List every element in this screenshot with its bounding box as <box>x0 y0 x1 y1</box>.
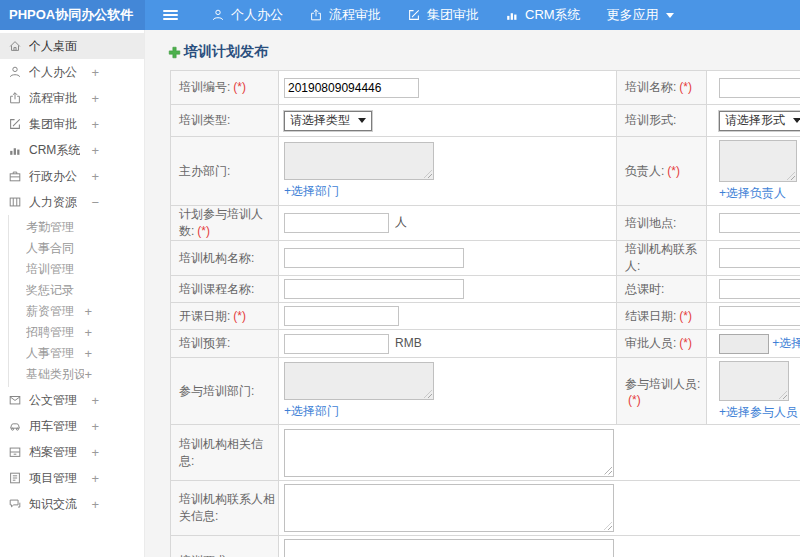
required-marker: (*) <box>233 309 246 323</box>
sidebar-item-group-approval[interactable]: 集团审批 + <box>0 111 144 137</box>
expand-toggle[interactable]: + <box>84 346 92 361</box>
field-label: 培训机构相关信息: <box>179 437 263 468</box>
nav-more-apps[interactable]: 更多应用 <box>594 0 687 30</box>
training-name-input[interactable] <box>719 78 800 98</box>
location-input[interactable] <box>719 213 800 233</box>
org-name-input[interactable] <box>284 248 464 268</box>
expand-toggle[interactable]: + <box>84 367 92 382</box>
expand-toggle[interactable]: + <box>91 65 99 80</box>
org-contact-info-textarea[interactable] <box>284 484 614 532</box>
resize-grip[interactable] <box>424 170 432 178</box>
nav-group-approval[interactable]: 集团审批 <box>394 0 492 30</box>
join-people-textarea[interactable] <box>719 361 789 401</box>
sidebar-item-knowledge[interactable]: 知识交流 + <box>0 491 144 517</box>
expand-toggle[interactable]: + <box>91 143 99 158</box>
sidebar-item-official-doc[interactable]: 公文管理 + <box>0 387 144 413</box>
field-label: 培训机构联系人: <box>625 242 697 273</box>
collapse-toggle[interactable]: − <box>91 195 99 210</box>
host-dept-textarea[interactable] <box>284 142 434 180</box>
select-approver-link[interactable]: +选择审批人员 <box>772 336 800 350</box>
sidebar-item-hr[interactable]: 人力资源 − <box>0 189 144 215</box>
sidebar-subitem-base-category[interactable]: 基础类别设置 + <box>9 364 144 385</box>
form-row: 培训类型: 请选择类型 培训形式: 请选择形式 <box>171 105 800 137</box>
form-row: 培训要求: <box>171 536 800 557</box>
expand-toggle[interactable]: + <box>91 445 99 460</box>
leader-textarea[interactable] <box>719 140 797 182</box>
expand-toggle[interactable]: + <box>91 497 99 512</box>
course-name-input[interactable] <box>284 279 464 299</box>
nav-workflow-approval[interactable]: 流程审批 <box>296 0 394 30</box>
sidebar-item-personal-desktop[interactable]: 个人桌面 <box>0 33 144 59</box>
share-icon <box>309 8 323 22</box>
sidebar-item-personal-office[interactable]: 个人办公 + <box>0 59 144 85</box>
page-title-row: 培训计划发布 <box>168 43 800 61</box>
select-caret-icon <box>358 118 366 123</box>
expand-toggle[interactable]: + <box>84 304 92 319</box>
join-depts-textarea[interactable] <box>284 362 434 400</box>
org-info-textarea[interactable] <box>284 429 614 477</box>
bar-chart-icon <box>8 143 22 157</box>
end-date-input[interactable] <box>719 306 800 326</box>
resize-grip[interactable] <box>787 172 795 180</box>
page-title: 培训计划发布 <box>184 43 268 61</box>
sidebar-subitem-reward-punish[interactable]: 奖惩记录 <box>9 280 144 301</box>
select-dept-link[interactable]: +选择部门 <box>284 184 339 198</box>
sidebar-subitem-recruit[interactable]: 招聘管理 + <box>9 322 144 343</box>
top-bar: PHPOA协同办公软件 个人办公 流程审批 集团审批 CRM系统 更多应用 <box>0 0 800 30</box>
sidebar-subitem-attendance[interactable]: 考勤管理 <box>9 217 144 238</box>
chevron-down-icon <box>666 13 674 18</box>
nav-label: 个人办公 <box>231 6 283 24</box>
training-plan-form: 培训编号:(*) 培训名称:(*) 培训类型: 请选择类型 培训形式: 请选择形… <box>170 70 800 557</box>
hamburger-menu-icon[interactable] <box>157 0 184 30</box>
expand-toggle[interactable]: + <box>91 91 99 106</box>
clipboard-icon <box>8 471 22 485</box>
field-label: 培训课程名称: <box>179 282 254 296</box>
resize-grip[interactable] <box>604 467 612 475</box>
resize-grip[interactable] <box>779 391 787 399</box>
sidebar-subitem-training[interactable]: 培训管理 <box>9 259 144 280</box>
add-icon <box>168 46 181 59</box>
expand-toggle[interactable]: + <box>91 169 99 184</box>
sidebar-item-crm[interactable]: CRM系统 + <box>0 137 144 163</box>
sidebar-item-archive[interactable]: 档案管理 + <box>0 439 144 465</box>
select-participants-link[interactable]: +选择参与人员 <box>719 405 798 419</box>
form-row: 参与培训部门: +选择部门 参与培训人员:(*) +选择参与人员 <box>171 358 800 425</box>
requirements-textarea[interactable] <box>284 539 614 557</box>
library-icon <box>8 195 22 209</box>
sidebar-subitem-personnel[interactable]: 人事管理 + <box>9 343 144 364</box>
training-type-select[interactable]: 请选择类型 <box>284 111 372 131</box>
approver-input[interactable] <box>719 334 769 354</box>
unit-suffix: 人 <box>395 215 407 229</box>
budget-input[interactable] <box>284 334 389 354</box>
select-dept-link[interactable]: +选择部门 <box>284 404 339 418</box>
select-leader-link[interactable]: +选择负责人 <box>719 186 786 200</box>
expand-toggle[interactable]: + <box>91 471 99 486</box>
training-mode-select[interactable]: 请选择形式 <box>719 111 800 131</box>
expand-toggle[interactable]: + <box>84 325 92 340</box>
required-marker: (*) <box>679 336 692 350</box>
field-label: 培训机构名称: <box>179 251 254 265</box>
expand-toggle[interactable]: + <box>91 117 99 132</box>
resize-grip[interactable] <box>604 522 612 530</box>
nav-label: CRM系统 <box>525 6 581 24</box>
sidebar-item-vehicle[interactable]: 用车管理 + <box>0 413 144 439</box>
field-label: 结课日期: <box>625 309 676 323</box>
sidebar-subitem-salary[interactable]: 薪资管理 + <box>9 301 144 322</box>
expand-toggle[interactable]: + <box>91 393 99 408</box>
select-value: 请选择类型 <box>290 112 350 129</box>
form-row: 培训机构名称: 培训机构联系人: <box>171 241 800 276</box>
org-contact-input[interactable] <box>719 248 800 268</box>
app-logo[interactable]: PHPOA协同办公软件 <box>0 0 145 30</box>
sidebar-item-project[interactable]: 项目管理 + <box>0 465 144 491</box>
resize-grip[interactable] <box>424 390 432 398</box>
sidebar-item-admin-office[interactable]: 行政办公 + <box>0 163 144 189</box>
nav-personal-office[interactable]: 个人办公 <box>198 0 296 30</box>
total-hours-input[interactable] <box>719 279 800 299</box>
sidebar-item-workflow-approval[interactable]: 流程审批 + <box>0 85 144 111</box>
nav-crm-system[interactable]: CRM系统 <box>492 0 594 30</box>
training-no-input[interactable] <box>284 78 419 98</box>
planned-count-input[interactable] <box>284 213 389 233</box>
sidebar-subitem-hr-contract[interactable]: 人事合同 <box>9 238 144 259</box>
expand-toggle[interactable]: + <box>91 419 99 434</box>
start-date-input[interactable] <box>284 306 399 326</box>
